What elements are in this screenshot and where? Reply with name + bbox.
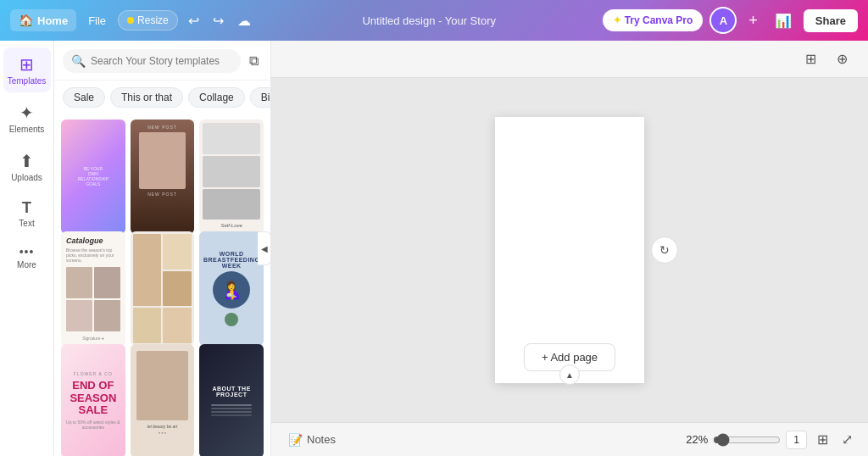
zoom-percent: 22% xyxy=(686,433,708,446)
templates-icon: ⊞ xyxy=(19,54,34,75)
template-card-3[interactable]: Self-Love xyxy=(199,120,264,234)
template-card-2[interactable]: NEW POST NEW POST xyxy=(131,120,195,234)
template-card-9[interactable]: About theProject xyxy=(199,344,264,456)
canvas-area: ⊞ ⊕ ↻ + Add page ▲ 📝 Notes 22% 1 xyxy=(271,41,868,456)
search-icon: 🔍 xyxy=(71,54,86,68)
share-button[interactable]: Share xyxy=(804,9,858,32)
pill-collage[interactable]: Collage xyxy=(188,87,245,108)
template-card-5[interactable] xyxy=(131,231,195,346)
zoom-controls: 22% 1 ⊞ ⤢ xyxy=(686,429,858,450)
template-card-6[interactable]: WORLDBREASTFEEDINGWEEK 🤱 xyxy=(199,231,264,346)
templates-label: Templates xyxy=(8,76,47,86)
hide-panel-button[interactable]: ◀ xyxy=(258,231,271,265)
undo-redo-group: ↩ ↪ ☁ xyxy=(183,9,256,32)
document-title: Untitled design - Your Story xyxy=(362,14,496,27)
page-indicator: 1 xyxy=(786,431,807,449)
try-pro-label: Try Canva Pro xyxy=(625,14,693,26)
canvas-add-button[interactable]: ⊕ xyxy=(830,47,854,70)
canvas-grid-button[interactable]: ⊞ xyxy=(798,47,823,70)
templates-panel: 🔍 ⧉ Sale This or that Collage Birthday ›… xyxy=(54,41,271,456)
plus-button[interactable]: + xyxy=(743,10,763,31)
pro-star-icon: ✦ xyxy=(613,14,621,26)
sidebar-icons: ⊞ Templates ✦ Elements ⬆ Uploads T Text … xyxy=(0,41,54,456)
topbar-center: Untitled design - Your Story xyxy=(263,14,596,27)
topbar-left: 🏠 Home File Resize ↩ ↪ ☁ xyxy=(10,9,256,32)
template-grid: BE YOUROWNRELATIONSHIPGOALS NEW POST NEW… xyxy=(54,114,270,456)
sidebar-item-uploads[interactable]: ⬆ Uploads xyxy=(3,144,51,189)
topbar: 🏠 Home File Resize ↩ ↪ ☁ Untitled design… xyxy=(0,0,868,41)
notes-button[interactable]: 📝 Notes xyxy=(281,430,342,450)
category-pills: Sale This or that Collage Birthday › xyxy=(54,81,270,114)
sidebar-item-templates[interactable]: ⊞ Templates xyxy=(3,47,51,92)
filter-icon: ⧉ xyxy=(249,53,259,68)
text-icon: T xyxy=(22,199,31,217)
grid-view-button[interactable]: ⊞ xyxy=(812,429,833,450)
main-layout: ⊞ Templates ✦ Elements ⬆ Uploads T Text … xyxy=(0,41,868,456)
undo-button[interactable]: ↩ xyxy=(183,9,204,32)
home-icon: 🏠 xyxy=(19,14,33,27)
canvas-toolbar: ⊞ ⊕ xyxy=(271,41,868,78)
filter-button[interactable]: ⧉ xyxy=(246,52,262,70)
zoom-slider[interactable] xyxy=(713,433,781,447)
sidebar-item-text[interactable]: T Text xyxy=(3,192,51,235)
cloud-button[interactable]: ☁ xyxy=(232,9,256,32)
elements-label: Elements xyxy=(9,125,45,134)
notes-icon: 📝 xyxy=(288,433,303,447)
uploads-icon: ⬆ xyxy=(19,151,34,171)
analytics-button[interactable]: 📊 xyxy=(770,9,797,32)
sidebar-item-elements[interactable]: ✦ Elements xyxy=(3,96,51,141)
redo-button[interactable]: ↪ xyxy=(208,9,229,32)
uploads-label: Uploads xyxy=(11,173,42,182)
pill-sale[interactable]: Sale xyxy=(63,87,105,108)
resize-button[interactable]: Resize xyxy=(118,10,178,31)
avatar-button[interactable]: A xyxy=(709,7,737,34)
refresh-button[interactable]: ↻ xyxy=(651,236,678,264)
template-card-7[interactable]: FLOWER & CO END OFSEASONSALE Up to 50% o… xyxy=(61,344,125,456)
notes-label: Notes xyxy=(307,433,336,446)
template-card-4[interactable]: Catalogue Browse the season's top picks,… xyxy=(61,231,125,346)
topbar-right: ✦ Try Canva Pro A + 📊 Share xyxy=(603,7,858,34)
template-card-1[interactable]: BE YOUROWNRELATIONSHIPGOALS xyxy=(61,120,125,234)
more-icon: ••• xyxy=(19,245,35,259)
canvas-viewport[interactable]: ↻ + Add page ▲ xyxy=(271,78,868,422)
pill-birthday[interactable]: Birthday xyxy=(250,87,270,108)
try-pro-button[interactable]: ✦ Try Canva Pro xyxy=(603,9,704,31)
more-label: More xyxy=(17,260,36,270)
search-input-wrap: 🔍 xyxy=(63,49,241,73)
search-bar: 🔍 ⧉ xyxy=(54,41,270,81)
resize-dot xyxy=(127,17,134,24)
elements-icon: ✦ xyxy=(19,103,34,123)
bottom-bar: 📝 Notes 22% 1 ⊞ ⤢ xyxy=(271,422,868,456)
template-card-8[interactable]: let beauty be art ● ● ● xyxy=(131,344,195,456)
fullscreen-button[interactable]: ⤢ xyxy=(837,429,858,450)
view-buttons: ⊞ ⤢ xyxy=(812,429,858,450)
text-label: Text xyxy=(19,219,34,228)
sidebar-item-more[interactable]: ••• More xyxy=(3,238,51,276)
pill-this-or-that[interactable]: This or that xyxy=(110,87,183,108)
home-label: Home xyxy=(37,14,68,27)
expand-button[interactable]: ▲ xyxy=(559,364,580,385)
search-input[interactable] xyxy=(91,55,232,67)
file-button[interactable]: File xyxy=(81,10,113,31)
home-button[interactable]: 🏠 Home xyxy=(10,9,76,31)
resize-label: Resize xyxy=(137,14,169,26)
